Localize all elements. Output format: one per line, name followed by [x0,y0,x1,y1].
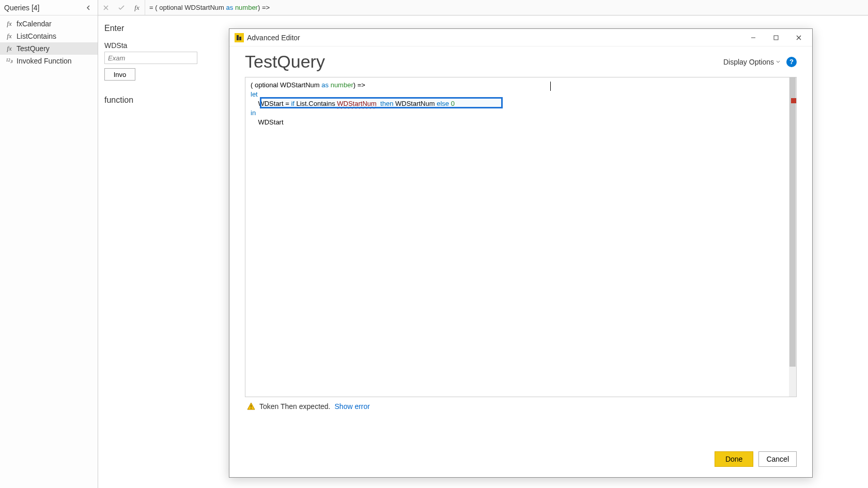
query-item-invoked-function[interactable]: ¹²₃ Invoked Function [0,55,98,67]
queries-header: Queries [4] [0,0,98,15]
error-message: Token Then expected. [259,402,331,411]
svg-rect-3 [774,36,778,40]
code-line-1: ( optional WDStartNum as number) => [251,81,791,90]
text-cursor [550,82,551,91]
main-area: fx = ( optional WDStartNum as number) =>… [98,0,868,488]
cancel-formula-button[interactable] [98,1,114,15]
error-marker-icon [791,98,796,103]
show-error-link[interactable]: Show error [335,402,370,411]
code-editor[interactable]: ( optional WDStartNum as number) => let … [245,77,797,397]
warning-icon [247,402,255,411]
maximize-button[interactable] [765,30,787,45]
formula-bar: fx = ( optional WDStartNum as number) => [98,0,868,15]
invoke-button[interactable]: Invo [104,68,135,81]
cancel-button[interactable]: Cancel [758,451,797,467]
fx-icon: fx [5,32,13,40]
code-line-3: WDStart = if List.Contains WDStartNum th… [251,99,791,108]
close-button[interactable] [787,30,810,45]
enter-parameters-label: Enter [104,24,124,33]
chevron-down-icon [776,60,780,64]
queries-list: fx fxCalendar fx ListContains fx TestQue… [0,15,98,69]
minimize-button[interactable] [742,30,765,45]
code-line-5: WDStart [251,118,791,127]
query-item-listcontains[interactable]: fx ListContains [0,30,98,42]
svg-point-5 [251,408,252,409]
dialog-title: Advanced Editor [247,34,300,42]
code-scrollbar[interactable] [789,77,796,397]
queries-title: Queries [4] [4,4,39,12]
query-label: fxCalendar [17,20,52,28]
collapse-panel-button[interactable] [83,3,94,13]
fx-icon: fx [5,44,13,53]
param-input[interactable] [104,52,197,64]
query-item-fxcalendar[interactable]: fx fxCalendar [0,18,98,30]
done-button[interactable]: Done [715,451,753,467]
fx-formula-button[interactable]: fx [129,1,145,15]
param-name-label: WDSta [104,41,127,50]
query-label: TestQuery [17,44,50,53]
help-icon[interactable]: ? [786,57,797,67]
number-icon: ¹²₃ [5,57,13,65]
advanced-editor-dialog: Advanced Editor TestQuery [229,28,813,478]
query-label: ListContains [17,32,56,40]
svg-rect-0 [237,35,239,40]
scroll-thumb[interactable] [789,77,796,367]
function-section-label: function [104,96,133,105]
display-options-dropdown[interactable]: Display Options [723,58,780,66]
query-label: Invoked Function [17,57,72,65]
dialog-footer: Done Cancel [229,446,812,477]
dialog-titlebar[interactable]: Advanced Editor [229,29,812,46]
commit-formula-button[interactable] [114,1,129,15]
formula-content[interactable]: = ( optional WDStartNum as number) => [145,0,868,15]
code-line-4: in [251,108,791,118]
fx-icon: fx [5,20,13,28]
svg-rect-1 [239,37,241,40]
editor-heading: TestQuery [245,52,325,72]
error-bar: Token Then expected. Show error [245,397,797,416]
app-icon [235,33,244,42]
code-line-2: let [251,90,791,99]
query-item-testquery[interactable]: fx TestQuery [0,42,98,55]
queries-panel: Queries [4] fx fxCalendar fx ListContain… [0,0,98,488]
